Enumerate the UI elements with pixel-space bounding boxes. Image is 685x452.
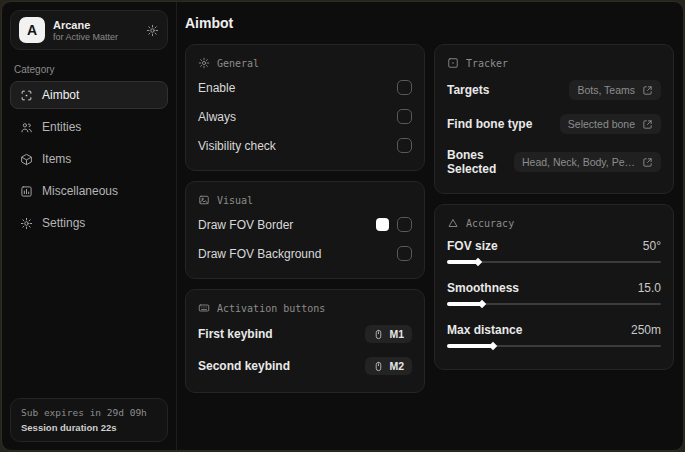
settings-gear-icon[interactable] xyxy=(146,24,159,37)
slider-row: Max distance 250m xyxy=(447,317,661,359)
sub-expires-text: Sub expires in 29d 09h xyxy=(21,407,157,418)
session-duration-text: Session duration 22s xyxy=(21,422,157,433)
keybind-row: First keybind M1 xyxy=(198,318,412,350)
left-column: General Enable Always Visibility check xyxy=(185,44,425,393)
panel-title: General xyxy=(217,58,259,69)
sidebar-item-aimbot[interactable]: Aimbot xyxy=(10,81,168,109)
tracker-label: Targets xyxy=(447,83,489,97)
keybind-value: M1 xyxy=(389,328,404,340)
panel-title: Accuracy xyxy=(466,218,514,229)
app-name: Arcane xyxy=(53,19,118,31)
setting-label: Enable xyxy=(198,81,235,95)
slider-fill xyxy=(447,260,477,264)
smoothness-slider[interactable] xyxy=(447,300,661,308)
subscription-card: Sub expires in 29d 09h Session duration … xyxy=(10,398,168,442)
dropdown-value: Bots, Teams xyxy=(577,84,635,96)
app-header-card: A Arcane for Active Matter xyxy=(10,10,168,50)
sidebar-item-label: Entities xyxy=(42,120,81,134)
category-label: Category xyxy=(14,64,164,75)
radar-icon xyxy=(447,57,459,69)
draw-fov-background-checkbox[interactable] xyxy=(397,246,412,261)
expand-icon xyxy=(642,85,653,96)
slider-label: FOV size xyxy=(447,239,498,253)
slider-row: Smoothness 15.0 xyxy=(447,275,661,317)
chart-bars-icon xyxy=(20,185,33,198)
accuracy-panel: Accuracy FOV size 50° xyxy=(434,204,674,370)
second-keybind-button[interactable]: M2 xyxy=(365,357,412,375)
gear-icon xyxy=(20,217,33,230)
tracker-row: Bones Selected Head, Neck, Body, Pe… xyxy=(447,141,661,183)
targets-dropdown[interactable]: Bots, Teams xyxy=(569,80,661,100)
users-icon xyxy=(20,121,33,134)
mouse-icon xyxy=(373,329,384,340)
bones-selected-dropdown[interactable]: Head, Neck, Body, Pe… xyxy=(514,152,661,172)
right-column: Tracker Targets Bots, Teams xyxy=(434,44,674,370)
draw-fov-border-checkbox[interactable] xyxy=(397,217,412,232)
dropdown-value: Head, Neck, Body, Pe… xyxy=(522,156,635,168)
tracker-row: Targets Bots, Teams xyxy=(447,73,661,107)
find-bone-type-dropdown[interactable]: Selected bone xyxy=(560,114,661,134)
slider-value: 15.0 xyxy=(638,281,661,295)
setting-row: Always xyxy=(198,102,412,131)
fov-size-slider[interactable] xyxy=(447,258,661,266)
tracker-row: Find bone type Selected bone xyxy=(447,107,661,141)
sidebar-item-miscellaneous[interactable]: Miscellaneous xyxy=(10,177,168,205)
setting-row: Draw FOV Border xyxy=(198,210,412,239)
sidebar-item-settings[interactable]: Settings xyxy=(10,209,168,237)
tracker-label: Bones Selected xyxy=(447,148,514,176)
main-content: Aimbot General Enable xyxy=(177,2,684,450)
expand-icon xyxy=(642,119,653,130)
always-checkbox[interactable] xyxy=(397,109,412,124)
setting-label: Draw FOV Border xyxy=(198,218,293,232)
sidebar-item-entities[interactable]: Entities xyxy=(10,113,168,141)
slider-fill xyxy=(447,302,481,306)
page-title: Aimbot xyxy=(185,15,674,31)
keybind-row: Second keybind M2 xyxy=(198,350,412,382)
tracker-label: Find bone type xyxy=(447,117,532,131)
keybind-value: M2 xyxy=(389,360,404,372)
enable-checkbox[interactable] xyxy=(397,80,412,95)
sidebar-item-label: Aimbot xyxy=(42,88,79,102)
visual-panel: Visual Draw FOV Border Draw FOV Backgrou… xyxy=(185,181,425,279)
dropdown-value: Selected bone xyxy=(568,118,635,130)
app-window: A Arcane for Active Matter Category xyxy=(1,1,684,451)
first-keybind-button[interactable]: M1 xyxy=(365,325,412,343)
slider-label: Smoothness xyxy=(447,281,519,295)
panel-title: Tracker xyxy=(466,58,508,69)
slider-fill xyxy=(447,344,492,348)
gear-icon xyxy=(198,57,210,69)
triangle-ruler-icon xyxy=(447,217,459,229)
crosshair-icon xyxy=(20,89,33,102)
setting-label: Draw FOV Background xyxy=(198,247,321,261)
sidebar-item-label: Items xyxy=(42,152,71,166)
sidebar-item-items[interactable]: Items xyxy=(10,145,168,173)
visibility-check-checkbox[interactable] xyxy=(397,138,412,153)
panel-title: Activation buttons xyxy=(217,303,325,314)
setting-row: Enable xyxy=(198,73,412,102)
general-panel: General Enable Always Visibility check xyxy=(185,44,425,171)
category-nav: Aimbot Entities xyxy=(10,81,168,237)
setting-label: Always xyxy=(198,110,236,124)
setting-row: Draw FOV Background xyxy=(198,239,412,268)
sidebar-item-label: Settings xyxy=(42,216,85,230)
sidebar: A Arcane for Active Matter Category xyxy=(2,2,177,450)
cube-icon xyxy=(20,153,33,166)
keyboard-icon xyxy=(198,302,210,314)
image-icon xyxy=(198,194,210,206)
slider-value: 50° xyxy=(643,239,661,253)
keybind-label: First keybind xyxy=(198,327,273,341)
slider-label: Max distance xyxy=(447,323,522,337)
panel-title: Visual xyxy=(217,195,253,206)
setting-label: Visibility check xyxy=(198,139,276,153)
sidebar-item-label: Miscellaneous xyxy=(42,184,118,198)
mouse-icon xyxy=(373,361,384,372)
setting-row: Visibility check xyxy=(198,131,412,160)
max-distance-slider[interactable] xyxy=(447,342,661,350)
tracker-panel: Tracker Targets Bots, Teams xyxy=(434,44,674,194)
app-subtitle: for Active Matter xyxy=(53,32,118,42)
app-logo: A xyxy=(19,17,45,43)
expand-icon xyxy=(642,157,653,168)
activation-buttons-panel: Activation buttons First keybind M1 xyxy=(185,289,425,393)
fov-border-color-swatch[interactable] xyxy=(376,218,389,231)
slider-row: FOV size 50° xyxy=(447,233,661,275)
